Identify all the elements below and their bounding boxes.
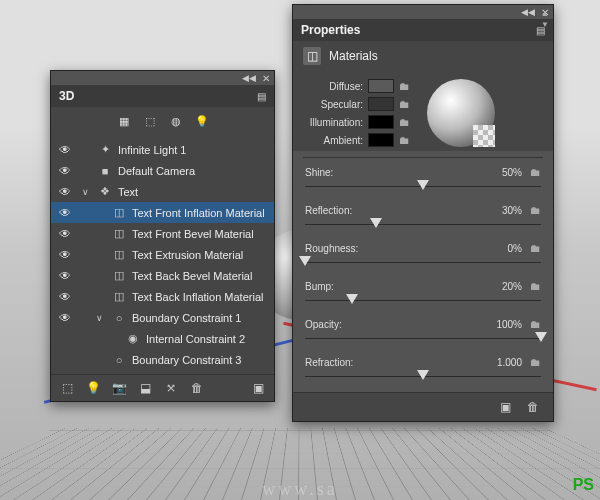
tree-item-label: Internal Constraint 2 — [146, 333, 245, 345]
slider-value[interactable]: 100% — [496, 319, 522, 330]
materials-section-header: ◫ Materials — [293, 41, 553, 71]
slider-value[interactable]: 20% — [502, 281, 522, 292]
color-swatch-ambient[interactable] — [368, 133, 394, 147]
visibility-toggle[interactable]: 👁 — [57, 248, 72, 262]
panel-3d-footer: ⬚ 💡 📷 ⬓ ⤧ 🗑 ▣ — [51, 374, 274, 401]
slider-value[interactable]: 0% — [508, 243, 522, 254]
slider-refraction[interactable] — [305, 370, 541, 384]
color-row-diffuse: Diffuse:🖿 — [303, 79, 415, 93]
slider-roughness[interactable] — [305, 256, 541, 270]
color-label: Diffuse: — [303, 81, 363, 92]
scene-filter-icon[interactable]: ▦ — [116, 113, 132, 129]
light-bulb-icon[interactable]: 💡 — [85, 380, 101, 396]
panel-3d-title-bar[interactable]: 3D ▤ — [51, 85, 274, 107]
close-icon[interactable]: ✕ — [262, 73, 270, 84]
slider-thumb[interactable] — [535, 332, 547, 342]
texture-folder-icon[interactable]: 🖿 — [399, 116, 415, 128]
visibility-toggle[interactable]: 👁 — [57, 164, 72, 178]
mesh-filter-icon[interactable]: ⬚ — [142, 113, 158, 129]
tree-row-camera[interactable]: 👁■Default Camera — [51, 160, 274, 181]
slider-label: Refraction: — [305, 357, 353, 368]
panel-props-title-bar[interactable]: Properties ▤ — [293, 19, 553, 41]
panel-3d-filter-toolbar: ▦ ⬚ ◍ 💡 — [51, 107, 274, 135]
constraint-icon: ◉ — [125, 332, 141, 346]
material-filter-icon[interactable]: ◍ — [168, 113, 184, 129]
collapse-icon[interactable]: ◀◀ — [521, 7, 535, 17]
tree-row-light[interactable]: 👁✦Infinite Light 1 — [51, 139, 274, 160]
material-color-grid: Diffuse:🖿Specular:🖿Illumination:🖿Ambient… — [293, 71, 553, 151]
filter-icon[interactable]: ⬚ — [59, 380, 75, 396]
collapse-icon[interactable]: ◀◀ — [242, 73, 256, 83]
render-icon[interactable]: ▣ — [250, 380, 266, 396]
scroll-arrows[interactable]: ▲ ▼ — [541, 9, 549, 29]
new-material-icon[interactable]: ▣ — [497, 399, 513, 415]
material-icon: ◫ — [303, 47, 321, 65]
camera-icon: ■ — [97, 164, 113, 178]
tree-row-mesh[interactable]: 👁∨❖Text — [51, 181, 274, 202]
slider-thumb[interactable] — [417, 180, 429, 190]
slider-shine[interactable] — [305, 180, 541, 194]
trash-icon[interactable]: 🗑 — [525, 399, 541, 415]
panel-menu-icon[interactable]: ▤ — [257, 91, 266, 102]
slider-thumb[interactable] — [417, 370, 429, 380]
tree-row-material[interactable]: 👁◫Text Front Inflation Material — [51, 202, 274, 223]
axis-icon[interactable]: ⤧ — [163, 380, 179, 396]
slider-value[interactable]: 50% — [502, 167, 522, 178]
material-preview[interactable] — [427, 79, 495, 147]
visibility-toggle[interactable]: 👁 — [57, 206, 72, 220]
ground-icon[interactable]: ⬓ — [137, 380, 153, 396]
texture-folder-icon[interactable]: 🖿 — [399, 98, 415, 110]
twisty-icon[interactable]: ∨ — [82, 187, 92, 197]
texture-folder-icon[interactable]: 🖿 — [530, 204, 541, 216]
constraint-icon: ○ — [111, 311, 127, 325]
visibility-toggle[interactable]: 👁 — [57, 185, 72, 199]
slider-thumb[interactable] — [346, 294, 358, 304]
slider-row-refraction: Refraction:1.000🖿 — [293, 354, 553, 392]
color-swatch-illumination[interactable] — [368, 115, 394, 129]
panel-3d-tab-bar[interactable]: ◀◀ ✕ — [51, 71, 274, 85]
chevron-up-icon[interactable]: ▲ — [541, 9, 549, 18]
tree-row-material[interactable]: 👁◫Text Front Bevel Material — [51, 223, 274, 244]
visibility-toggle[interactable]: 👁 — [57, 143, 72, 157]
camera-icon[interactable]: 📷 — [111, 380, 127, 396]
texture-folder-icon[interactable]: 🖿 — [530, 318, 541, 330]
slider-reflection[interactable] — [305, 218, 541, 232]
color-row-ambient: Ambient:🖿 — [303, 133, 415, 147]
visibility-toggle[interactable]: 👁 — [57, 290, 72, 304]
light-filter-icon[interactable]: 💡 — [194, 113, 210, 129]
tree-row-constraint[interactable]: 👁∨○Boundary Constraint 1 — [51, 307, 274, 328]
tree-row-constraint[interactable]: ○Boundary Constraint 3 — [51, 349, 274, 370]
color-swatch-diffuse[interactable] — [368, 79, 394, 93]
color-row-illumination: Illumination:🖿 — [303, 115, 415, 129]
slider-label: Roughness: — [305, 243, 358, 254]
twisty-icon[interactable]: ∨ — [96, 313, 106, 323]
slider-value[interactable]: 1.000 — [497, 357, 522, 368]
tree-row-material[interactable]: 👁◫Text Back Bevel Material — [51, 265, 274, 286]
texture-folder-icon[interactable]: 🖿 — [530, 280, 541, 292]
texture-folder-icon[interactable]: 🖿 — [530, 356, 541, 368]
visibility-toggle[interactable]: 👁 — [57, 311, 72, 325]
slider-thumb[interactable] — [370, 218, 382, 228]
tree-row-material[interactable]: 👁◫Text Back Inflation Material — [51, 286, 274, 307]
light-icon: ✦ — [97, 143, 113, 157]
tree-row-constraint[interactable]: ◉Internal Constraint 2 — [51, 328, 274, 349]
slider-thumb[interactable] — [299, 256, 311, 266]
chevron-down-icon[interactable]: ▼ — [541, 20, 549, 29]
color-swatch-specular[interactable] — [368, 97, 394, 111]
slider-value[interactable]: 30% — [502, 205, 522, 216]
panel-props-tab-bar[interactable]: ◀◀ ✕ — [293, 5, 553, 19]
slider-opacity[interactable] — [305, 332, 541, 346]
texture-folder-icon[interactable]: 🖿 — [530, 166, 541, 178]
slider-bump[interactable] — [305, 294, 541, 308]
texture-folder-icon[interactable]: 🖿 — [399, 80, 415, 92]
tree-row-material[interactable]: 👁◫Text Extrusion Material — [51, 244, 274, 265]
texture-folder-icon[interactable]: 🖿 — [530, 242, 541, 254]
panel-3d: ◀◀ ✕ 3D ▤ ▦ ⬚ ◍ 💡 👁✦Infinite Light 1👁■De… — [50, 70, 275, 402]
preview-checker — [473, 125, 495, 147]
tree-item-label: Text Extrusion Material — [132, 249, 243, 261]
texture-folder-icon[interactable]: 🖿 — [399, 134, 415, 146]
visibility-toggle[interactable]: 👁 — [57, 227, 72, 241]
visibility-toggle[interactable]: 👁 — [57, 269, 72, 283]
slider-label: Shine: — [305, 167, 333, 178]
trash-icon[interactable]: 🗑 — [189, 380, 205, 396]
